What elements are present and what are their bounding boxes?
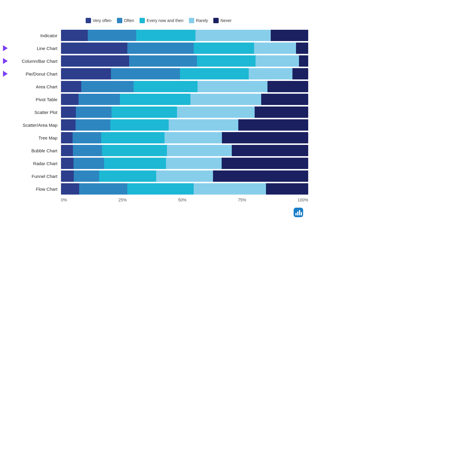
bar-container (61, 55, 308, 67)
bar-container (61, 81, 308, 92)
bar-segment (127, 183, 194, 195)
row-label: Pivot Table (9, 97, 61, 102)
row-label: Line Chart (9, 46, 61, 51)
databox-logo (294, 208, 305, 217)
bar-segment (61, 145, 73, 156)
legend-swatch (140, 18, 145, 23)
svg-rect-4 (301, 212, 302, 215)
bar-segment (61, 107, 76, 118)
bar-container (61, 183, 308, 195)
legend-item: Every now and then (140, 18, 184, 23)
bar-segment (256, 55, 299, 67)
chart-row: Scatter/Area Map (9, 119, 308, 131)
legend: Very oftenOftenEvery now and thenRarelyN… (86, 18, 232, 23)
bar-segment (238, 119, 308, 131)
bar-segment (76, 119, 110, 131)
bar-container (61, 170, 308, 182)
row-label: Scatter Plot (9, 110, 61, 115)
bar-segment (266, 183, 308, 195)
bar-segment (194, 43, 254, 54)
bar-segment (198, 81, 267, 92)
legend-swatch (213, 18, 219, 23)
bar-segment (232, 145, 308, 156)
bar-segment (73, 158, 104, 169)
arrow-indicator (3, 58, 8, 64)
legend-label: Every now and then (147, 18, 184, 23)
bar-segment (197, 55, 256, 67)
bar-segment (61, 170, 74, 182)
bar-segment (61, 94, 79, 105)
bar-segment (194, 183, 266, 195)
bar-container (61, 30, 308, 41)
bar-container (61, 107, 308, 118)
bar-segment (110, 119, 169, 131)
x-axis-label: 0% (61, 198, 67, 202)
bar-segment (61, 68, 111, 79)
bar-segment (195, 30, 271, 41)
legend-swatch (189, 18, 194, 23)
bar-segment (112, 107, 177, 118)
bar-segment (292, 68, 308, 79)
bar-container (61, 145, 308, 156)
bar-segment (222, 132, 308, 143)
bar-container (61, 132, 308, 143)
bar-segment (61, 158, 73, 169)
chart-row: Radar Chart (9, 158, 308, 169)
bar-container (61, 158, 308, 169)
legend-label: Often (124, 18, 134, 23)
chart-row: Column/Bar Chart (9, 55, 308, 67)
legend-swatch (117, 18, 122, 23)
bar-segment (76, 107, 112, 118)
svg-rect-2 (297, 212, 298, 215)
row-label: Scatter/Area Map (9, 123, 61, 128)
x-axis-label: 100% (298, 198, 308, 202)
legend-label: Rarely (196, 18, 208, 23)
bar-segment (61, 43, 127, 54)
bar-segment (88, 30, 136, 41)
bar-segment (102, 145, 167, 156)
bar-segment (177, 107, 254, 118)
bar-segment (190, 94, 261, 105)
legend-item: Very often (86, 18, 112, 23)
footer (294, 208, 305, 217)
bar-container (61, 119, 308, 131)
bar-segment (222, 158, 308, 169)
bar-segment (61, 30, 88, 41)
bar-segment (61, 132, 73, 143)
row-label: Radar Chart (9, 161, 61, 166)
bar-segment (74, 170, 99, 182)
bar-container (61, 43, 308, 54)
x-axis-label: 50% (178, 198, 187, 202)
legend-item: Never (213, 18, 231, 23)
bar-segment (127, 43, 194, 54)
bar-segment (79, 94, 120, 105)
legend-item: Rarely (189, 18, 208, 23)
x-axis: 0%25%50%75%100% (61, 198, 308, 202)
bar-segment (79, 183, 127, 195)
bar-segment (296, 43, 308, 54)
bar-segment (167, 145, 232, 156)
chart-row: Flow Chart (9, 183, 308, 195)
bar-segment (101, 132, 165, 143)
chart-row: Pivot Table (9, 94, 308, 105)
bar-segment (169, 119, 239, 131)
bar-segment (99, 170, 156, 182)
bar-segment (61, 55, 129, 67)
bar-segment (111, 68, 180, 79)
bar-segment (136, 30, 195, 41)
row-label: Bubble Chart (9, 148, 61, 153)
row-label: Funnel Chart (9, 174, 61, 179)
arrow-indicator (3, 45, 8, 51)
row-label: Flow Chart (9, 187, 61, 192)
svg-rect-1 (295, 213, 297, 215)
row-label: Area Chart (9, 84, 61, 89)
chart-row: Line Chart (9, 43, 308, 54)
legend-item: Often (117, 18, 134, 23)
x-axis-label: 75% (238, 198, 246, 202)
legend-label: Never (220, 18, 231, 23)
legend-label: Very often (93, 18, 112, 23)
bar-segment (261, 94, 308, 105)
bar-segment (61, 119, 76, 131)
chart-row: Funnel Chart (9, 170, 308, 182)
chart-row: Scatter Plot (9, 107, 308, 118)
